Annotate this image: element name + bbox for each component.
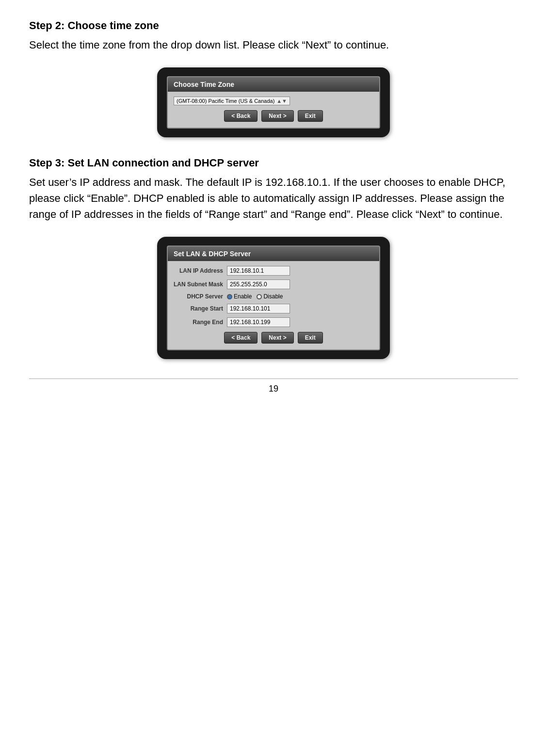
range-start-value: 192.168.10.101 <box>230 305 270 312</box>
step2-device-frame: Choose Time Zone (GMT-08:00) Pacific Tim… <box>157 67 390 137</box>
range-start-label: Range Start <box>174 305 227 312</box>
step2-timezone-row: (GMT-08:00) Pacific Time (US & Canada) ▲… <box>174 97 373 105</box>
step3-dialog-title: Set LAN & DHCP Server <box>168 247 379 261</box>
step2-dialog-body: (GMT-08:00) Pacific Time (US & Canada) ▲… <box>168 92 379 128</box>
dhcp-label: DHCP Server <box>174 293 227 300</box>
step3-exit-button[interactable]: Exit <box>298 332 323 344</box>
range-end-input[interactable]: 192.168.10.199 <box>227 317 290 327</box>
dhcp-enable-label: Enable <box>234 293 252 300</box>
step3-back-button[interactable]: < Back <box>224 332 257 344</box>
range-start-row: Range Start 192.168.10.101 <box>174 304 373 313</box>
step2-dialog: Choose Time Zone (GMT-08:00) Pacific Tim… <box>167 76 380 129</box>
lan-mask-value: 255.255.255.0 <box>230 281 267 288</box>
step2-description: Select the time zone from the drop down … <box>29 37 518 53</box>
range-end-value: 192.168.10.199 <box>230 319 270 326</box>
lan-mask-row: LAN Subnet Mask 255.255.255.0 <box>174 279 373 289</box>
dhcp-enable-option[interactable]: Enable <box>227 293 252 300</box>
step2-timezone-select[interactable]: (GMT-08:00) Pacific Time (US & Canada) ▲… <box>174 97 290 105</box>
step3-next-button[interactable]: Next > <box>261 332 293 344</box>
lan-ip-value: 192.168.10.1 <box>230 267 264 274</box>
step2-timezone-value: (GMT-08:00) Pacific Time (US & Canada) <box>177 98 274 104</box>
step2-select-arrow-icon: ▲▼ <box>276 98 287 104</box>
step2-dialog-title: Choose Time Zone <box>168 77 379 92</box>
step3-screenshot: Set LAN & DHCP Server LAN IP Address 192… <box>29 237 518 359</box>
dhcp-enable-radio-icon <box>227 294 232 299</box>
step2-back-button[interactable]: < Back <box>224 110 257 122</box>
step2-next-button[interactable]: Next > <box>261 110 293 122</box>
lan-ip-row: LAN IP Address 192.168.10.1 <box>174 266 373 276</box>
dhcp-disable-radio-icon <box>257 294 262 299</box>
lan-mask-input[interactable]: 255.255.255.0 <box>227 279 290 289</box>
lan-mask-label: LAN Subnet Mask <box>174 281 227 288</box>
page-number: 19 <box>29 378 518 394</box>
step3-device-frame: Set LAN & DHCP Server LAN IP Address 192… <box>157 237 390 359</box>
step2-heading: Step 2: Choose time zone <box>29 19 518 32</box>
step2-exit-button[interactable]: Exit <box>298 110 323 122</box>
step2-dialog-buttons: < Back Next > Exit <box>174 110 373 122</box>
range-start-input[interactable]: 192.168.10.101 <box>227 304 290 313</box>
dhcp-row: DHCP Server Enable Disable <box>174 293 373 300</box>
dhcp-disable-label: Disable <box>263 293 283 300</box>
step3-dialog: Set LAN & DHCP Server LAN IP Address 192… <box>167 246 380 350</box>
step3-description: Set user’s IP address and mask. The defa… <box>29 174 518 222</box>
lan-ip-input[interactable]: 192.168.10.1 <box>227 266 290 276</box>
step3-dialog-body: LAN IP Address 192.168.10.1 LAN Subnet M… <box>168 261 379 349</box>
step2-screenshot: Choose Time Zone (GMT-08:00) Pacific Tim… <box>29 67 518 137</box>
lan-ip-label: LAN IP Address <box>174 267 227 274</box>
step3-heading: Step 3: Set LAN connection and DHCP serv… <box>29 157 518 169</box>
range-end-label: Range End <box>174 319 227 326</box>
step3-dialog-buttons: < Back Next > Exit <box>174 332 373 344</box>
dhcp-disable-option[interactable]: Disable <box>257 293 283 300</box>
range-end-row: Range End 192.168.10.199 <box>174 317 373 327</box>
dhcp-radio-group: Enable Disable <box>227 293 283 300</box>
